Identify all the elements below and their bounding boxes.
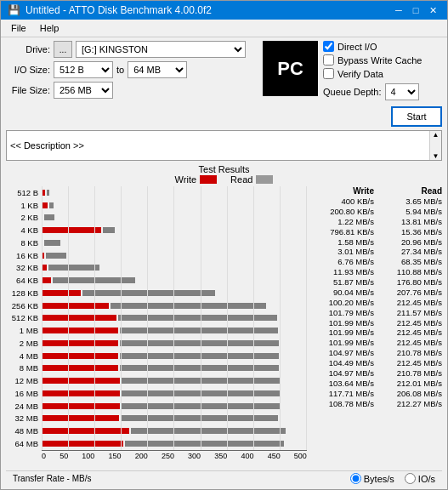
bar-row bbox=[42, 440, 307, 447]
io-to-select[interactable]: 64 MB bbox=[128, 61, 187, 78]
file-label: File Size: bbox=[6, 85, 50, 95]
left-controls: Drive: ... [G:] KINGSTON I/O Size: 512 B… bbox=[6, 41, 258, 127]
results-header: Test Results bbox=[6, 164, 442, 174]
description-text: << Description >> bbox=[10, 140, 84, 151]
x-axis-label: 300 bbox=[188, 452, 201, 460]
chart-results: Write Read 400 KB/s3.65 MB/s200.80 KB/s5… bbox=[310, 186, 442, 467]
x-axis-label: 350 bbox=[214, 452, 227, 460]
io-label: IO/s bbox=[418, 474, 435, 484]
bytes-radio[interactable] bbox=[350, 473, 361, 484]
start-button[interactable]: Start bbox=[391, 106, 442, 127]
io-radio-label[interactable]: IO/s bbox=[405, 473, 435, 484]
result-read: 20.96 MB/s bbox=[381, 237, 442, 248]
result-read: 5.94 MB/s bbox=[381, 207, 442, 217]
menu-help[interactable]: Help bbox=[33, 21, 66, 35]
io-radio[interactable] bbox=[405, 473, 416, 484]
bytes-radio-label[interactable]: Bytes/s bbox=[350, 473, 394, 484]
to-label: to bbox=[116, 65, 124, 75]
read-legend-color bbox=[256, 175, 273, 184]
x-axis-label: 250 bbox=[162, 452, 174, 460]
row-label: 1 KB bbox=[6, 201, 38, 210]
result-row: 101.99 MB/s212.45 MB/s bbox=[310, 328, 442, 338]
result-write: 101.99 MB/s bbox=[310, 328, 374, 338]
read-bar bbox=[44, 214, 54, 220]
result-row: 101.99 MB/s212.45 MB/s bbox=[310, 318, 442, 328]
io-from-select[interactable]: 512 B bbox=[54, 61, 113, 78]
write-bar bbox=[42, 202, 48, 208]
direct-io-checkbox[interactable] bbox=[323, 41, 334, 52]
read-bar bbox=[82, 290, 215, 296]
result-write: 104.49 MB/s bbox=[310, 358, 374, 368]
bypass-write-label: Bypass Write Cache bbox=[337, 55, 422, 66]
read-col-header: Read bbox=[381, 186, 442, 196]
top-section: Drive: ... [G:] KINGSTON I/O Size: 512 B… bbox=[6, 41, 442, 127]
result-row: 104.97 MB/s210.78 MB/s bbox=[310, 368, 442, 379]
description-scrollbar[interactable]: ▲ ▼ bbox=[429, 131, 441, 160]
result-write: 101.99 MB/s bbox=[310, 318, 374, 328]
chart-section: Test Results Write Read 512 B1 KB2 KB4 K… bbox=[6, 164, 442, 467]
result-read: 212.27 MB/s bbox=[381, 399, 442, 409]
row-label: 4 KB bbox=[6, 225, 38, 235]
x-axis: 050100150200250300350400450500 bbox=[42, 450, 307, 467]
io-size-row: I/O Size: 512 B to 64 MB bbox=[6, 61, 258, 78]
result-write: 117.71 MB/s bbox=[310, 389, 374, 399]
result-row: 6.76 MB/s68.35 MB/s bbox=[310, 257, 442, 267]
read-bar bbox=[49, 202, 54, 208]
row-label: 8 MB bbox=[6, 363, 38, 373]
verify-data-checkbox[interactable] bbox=[323, 68, 334, 79]
bar-row bbox=[42, 214, 307, 221]
drive-label: Drive: bbox=[6, 44, 50, 54]
title-bar-left: 💾 Untitled - ATTO Disk Benchmark 4.00.0f… bbox=[8, 4, 212, 16]
maximize-button[interactable]: □ bbox=[408, 3, 423, 17]
direct-io-row: Direct I/O bbox=[323, 41, 442, 52]
bypass-write-checkbox[interactable] bbox=[323, 54, 334, 66]
radio-group: Bytes/s IO/s bbox=[350, 473, 435, 484]
read-bar bbox=[46, 253, 66, 259]
bar-row bbox=[42, 339, 307, 347]
bar-row bbox=[42, 364, 307, 372]
row-label: 48 MB bbox=[6, 426, 38, 436]
read-bar bbox=[103, 227, 115, 233]
write-bar bbox=[42, 441, 123, 447]
x-axis-label: 50 bbox=[60, 452, 68, 460]
write-bar bbox=[42, 415, 119, 421]
result-read: 212.01 MB/s bbox=[381, 379, 442, 389]
result-write: 108.78 MB/s bbox=[310, 399, 374, 409]
chart-bars: 050100150200250300350400450500 bbox=[42, 186, 307, 467]
read-bar bbox=[44, 240, 60, 246]
result-read: 212.45 MB/s bbox=[381, 358, 442, 368]
read-bar bbox=[53, 277, 135, 283]
bar-row bbox=[42, 302, 307, 310]
write-bar bbox=[42, 390, 120, 396]
menu-file[interactable]: File bbox=[4, 21, 33, 35]
row-label: 12 MB bbox=[6, 376, 38, 385]
drive-browse-button[interactable]: ... bbox=[54, 41, 72, 58]
read-bar bbox=[120, 328, 278, 333]
result-read: 15.36 MB/s bbox=[381, 227, 442, 237]
result-row: 400 KB/s3.65 MB/s bbox=[310, 197, 442, 207]
read-bar bbox=[111, 303, 266, 309]
result-read: 3.65 MB/s bbox=[381, 197, 442, 207]
read-legend: Read bbox=[230, 174, 273, 185]
write-bar bbox=[42, 328, 118, 333]
result-write: 1.22 MB/s bbox=[310, 217, 374, 227]
result-write: 101.79 MB/s bbox=[310, 308, 374, 318]
queue-label: Queue Depth: bbox=[323, 87, 382, 97]
read-bar bbox=[47, 190, 49, 196]
title-bar: 💾 Untitled - ATTO Disk Benchmark 4.00.0f… bbox=[1, 1, 447, 20]
row-label: 4 MB bbox=[6, 351, 38, 361]
minimize-button[interactable]: ─ bbox=[391, 3, 406, 17]
row-label: 256 KB bbox=[6, 301, 38, 311]
row-label: 512 B bbox=[6, 188, 38, 197]
result-read: 68.35 MB/s bbox=[381, 257, 442, 267]
queue-depth-select[interactable]: 4 bbox=[385, 83, 419, 100]
read-bar bbox=[118, 315, 277, 321]
close-button[interactable]: ✕ bbox=[425, 3, 440, 17]
direct-io-label: Direct I/O bbox=[337, 42, 377, 52]
write-bar bbox=[42, 227, 101, 233]
io-label: I/O Size: bbox=[6, 65, 50, 75]
x-axis-label: 0 bbox=[42, 452, 46, 460]
file-size-select[interactable]: 256 MB bbox=[54, 82, 113, 99]
result-row: 101.79 MB/s211.57 MB/s bbox=[310, 308, 442, 318]
drive-select[interactable]: [G:] KINGSTON bbox=[76, 41, 246, 58]
